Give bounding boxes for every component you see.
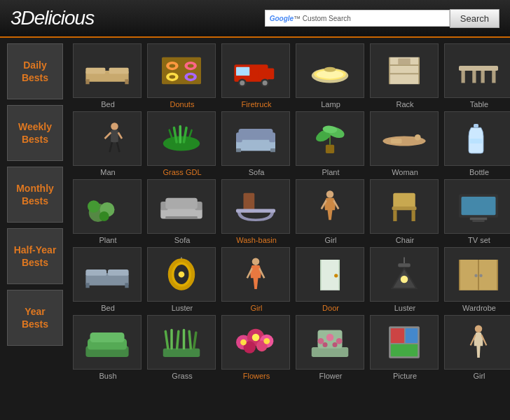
item-label: Girl bbox=[221, 304, 291, 312]
grass-gdl-icon bbox=[157, 118, 206, 160]
item-grass-gdl[interactable]: Grass GDL bbox=[147, 111, 217, 176]
item-label: Girl bbox=[296, 236, 366, 244]
item-bush[interactable]: Bush bbox=[73, 315, 143, 380]
svg-rect-15 bbox=[259, 69, 274, 80]
svg-rect-30 bbox=[398, 59, 411, 65]
sidebar-item-halfyear[interactable]: Half-YearBests bbox=[7, 228, 63, 284]
sidebar-item-year[interactable]: YearBests bbox=[7, 290, 63, 346]
svg-point-134 bbox=[326, 334, 334, 342]
item-luster-2[interactable]: Luster bbox=[370, 247, 440, 312]
item-tvset[interactable]: TV set bbox=[444, 179, 510, 244]
svg-rect-2 bbox=[109, 68, 129, 74]
man-icon bbox=[83, 118, 132, 160]
svg-point-110 bbox=[479, 274, 482, 277]
sofa-icon bbox=[231, 118, 280, 160]
sidebar: DailyBests WeeklyBests MonthlyBests Half… bbox=[0, 38, 70, 388]
svg-rect-31 bbox=[459, 66, 498, 71]
svg-rect-63 bbox=[470, 139, 483, 144]
item-door[interactable]: Door bbox=[296, 247, 366, 312]
flower-icon bbox=[305, 321, 354, 363]
item-man[interactable]: Man bbox=[73, 111, 143, 176]
svg-point-142 bbox=[475, 326, 483, 333]
item-bed-1[interactable]: Bed bbox=[73, 43, 143, 108]
svg-rect-54 bbox=[326, 145, 334, 153]
item-sofa-2[interactable]: Sofa bbox=[147, 179, 217, 244]
item-label: Bed bbox=[73, 304, 143, 312]
svg-rect-116 bbox=[163, 349, 200, 357]
item-label: Chair bbox=[370, 236, 440, 244]
svg-rect-85 bbox=[472, 220, 485, 222]
item-girl-3[interactable]: Girl bbox=[444, 315, 510, 380]
grid-area: Bed Donuts bbox=[70, 38, 510, 388]
item-woman[interactable]: Woman bbox=[370, 111, 440, 176]
item-luster-1[interactable]: Luster bbox=[147, 247, 217, 312]
tvset-icon bbox=[454, 186, 503, 227]
row-daily: Bed Donuts bbox=[73, 43, 510, 108]
svg-rect-139 bbox=[391, 328, 404, 343]
svg-rect-5 bbox=[162, 57, 201, 85]
item-lamp[interactable]: Lamp bbox=[296, 43, 366, 108]
girl1-icon bbox=[305, 186, 354, 227]
search-button[interactable]: Search bbox=[450, 9, 499, 28]
row-year: Bush Grass bbox=[73, 315, 510, 380]
item-grass[interactable]: Grass bbox=[147, 315, 217, 380]
sidebar-item-daily[interactable]: DailyBests bbox=[7, 43, 63, 99]
item-table-1[interactable]: Table bbox=[444, 43, 510, 108]
svg-rect-84 bbox=[470, 218, 488, 220]
svg-rect-16 bbox=[236, 67, 249, 76]
svg-rect-131 bbox=[312, 347, 349, 357]
search-input[interactable] bbox=[354, 13, 445, 23]
item-label: Picture bbox=[370, 372, 440, 380]
svg-rect-119 bbox=[176, 330, 180, 349]
item-label: Flower bbox=[296, 372, 366, 380]
luster2-icon bbox=[380, 253, 429, 295]
flowers-icon bbox=[231, 321, 280, 363]
svg-rect-52 bbox=[236, 148, 241, 152]
item-girl-1[interactable]: Girl bbox=[296, 179, 366, 244]
svg-rect-74 bbox=[236, 209, 275, 213]
svg-rect-89 bbox=[85, 283, 89, 288]
item-rack[interactable]: Rack bbox=[370, 43, 440, 108]
item-donuts[interactable]: Donuts bbox=[147, 43, 217, 108]
item-flower[interactable]: Flower bbox=[296, 315, 366, 380]
item-bed-2[interactable]: Bed bbox=[73, 247, 143, 312]
sidebar-item-monthly[interactable]: MonthlyBests bbox=[7, 167, 63, 223]
svg-rect-112 bbox=[497, 260, 498, 290]
item-label: Sofa bbox=[221, 168, 291, 176]
item-firetruck[interactable]: Firetruck bbox=[221, 43, 291, 108]
item-wardrobe[interactable]: Wardrobe bbox=[444, 247, 510, 312]
item-label: Bush bbox=[73, 372, 143, 380]
item-girl-2[interactable]: Girl bbox=[221, 247, 291, 312]
item-washbasin[interactable]: Wash-basin bbox=[221, 179, 291, 244]
item-label: Grass GDL bbox=[147, 168, 217, 176]
logo-rest: Delicious bbox=[21, 7, 95, 29]
item-plant-1[interactable]: Plant bbox=[296, 111, 366, 176]
wardrobe-icon bbox=[454, 253, 503, 295]
girl2-icon bbox=[231, 253, 280, 295]
svg-rect-87 bbox=[85, 270, 106, 276]
item-plant-2[interactable]: Plant bbox=[73, 179, 143, 244]
svg-point-18 bbox=[240, 80, 244, 85]
lamp-icon bbox=[305, 50, 354, 92]
svg-rect-117 bbox=[164, 330, 169, 349]
sidebar-item-weekly[interactable]: WeeklyBests bbox=[7, 105, 63, 161]
search-input-wrap: Google™ Custom Search bbox=[265, 10, 450, 27]
svg-rect-34 bbox=[481, 71, 485, 83]
item-sofa-1[interactable]: Sofa bbox=[221, 111, 291, 176]
item-picture[interactable]: Picture bbox=[370, 315, 440, 380]
row-weekly: Man Grass GDL bbox=[73, 111, 510, 176]
svg-rect-121 bbox=[188, 330, 192, 349]
item-bottle[interactable]: Bottle bbox=[444, 111, 510, 176]
item-chair[interactable]: Chair bbox=[370, 179, 440, 244]
item-label: Door bbox=[296, 304, 366, 312]
svg-point-95 bbox=[252, 258, 260, 265]
main-content: DailyBests WeeklyBests MonthlyBests Half… bbox=[0, 38, 510, 388]
svg-rect-111 bbox=[459, 260, 460, 290]
svg-rect-3 bbox=[85, 79, 89, 84]
svg-rect-88 bbox=[108, 270, 129, 276]
svg-rect-120 bbox=[183, 329, 186, 350]
svg-point-24 bbox=[324, 67, 336, 72]
item-label: Table bbox=[444, 100, 510, 108]
item-flowers[interactable]: Flowers bbox=[221, 315, 291, 380]
google-label: Google™ Custom Search bbox=[270, 15, 351, 22]
